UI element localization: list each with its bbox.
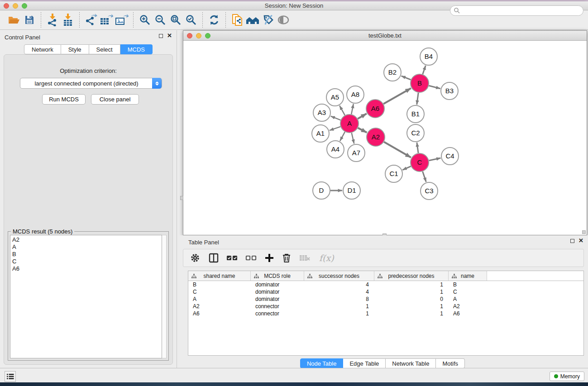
column-header-MCDS-role[interactable]: MCDS role xyxy=(251,271,304,281)
table-row[interactable]: Cdominator41C xyxy=(188,288,583,295)
graph-edge-B-B2[interactable] xyxy=(401,76,411,80)
graph-edge-B-B1[interactable] xyxy=(417,93,418,105)
tab-mcds[interactable]: MCDS xyxy=(120,44,153,54)
deselect-all-icon[interactable] xyxy=(246,255,257,261)
graph-node-A4[interactable]: A4 xyxy=(327,141,344,158)
graph-node-A[interactable]: A xyxy=(340,114,359,133)
graph-edge-C-C4[interactable] xyxy=(429,158,441,160)
column-header-predecessor-nodes[interactable]: predecessor nodes xyxy=(374,271,449,281)
graph-edge-C-C1[interactable] xyxy=(402,166,411,170)
column-header-name[interactable]: name xyxy=(449,271,487,281)
zoom-in-icon[interactable] xyxy=(137,13,153,27)
zoom-fit-icon[interactable] xyxy=(168,13,183,27)
window-resize-handle[interactable] xyxy=(582,230,586,234)
mcds-result-item[interactable]: A6 xyxy=(12,265,162,272)
tab-motifs[interactable]: Motifs xyxy=(436,358,465,368)
graph-edge-A-A1[interactable] xyxy=(330,127,340,130)
graph-edge-A-A6[interactable] xyxy=(358,114,367,119)
refresh-view-icon[interactable] xyxy=(206,13,222,27)
graph-edge-A-A8[interactable] xyxy=(351,104,354,114)
split-columns-icon[interactable] xyxy=(209,253,219,263)
open-file-icon[interactable] xyxy=(6,13,22,27)
zoom-selected-icon[interactable] xyxy=(183,13,199,27)
mcds-result-list[interactable]: A2ABCA6 xyxy=(10,235,162,358)
task-history-button[interactable] xyxy=(5,371,16,382)
mcds-result-item[interactable]: A xyxy=(12,243,162,251)
graph-node-A3[interactable]: A3 xyxy=(313,104,330,121)
export-image-icon[interactable] xyxy=(114,13,129,27)
tab-node-table[interactable]: Node Table xyxy=(300,358,344,368)
graph-node-A7[interactable]: A7 xyxy=(348,144,365,162)
graph-node-B[interactable]: B xyxy=(411,74,429,92)
export-network-icon[interactable] xyxy=(83,13,99,27)
graph-node-B4[interactable]: B4 xyxy=(420,48,437,65)
table-settings-icon[interactable] xyxy=(190,253,201,263)
mcds-result-scrollbar[interactable] xyxy=(162,235,167,358)
graph-node-C[interactable]: C xyxy=(411,153,429,172)
mcds-result-item[interactable]: A2 xyxy=(12,236,162,243)
float-table-panel-icon[interactable] xyxy=(570,239,574,243)
search-input[interactable] xyxy=(460,8,583,14)
graph-node-B1[interactable]: B1 xyxy=(407,105,424,123)
graph-edge-A-A7[interactable] xyxy=(352,133,354,143)
tab-style[interactable]: Style xyxy=(61,44,89,54)
graph-node-C3[interactable]: C3 xyxy=(421,182,438,200)
graph-edge-A6-B[interactable] xyxy=(383,88,411,104)
graph-edge-A-A3[interactable] xyxy=(331,116,341,120)
graph-node-D1[interactable]: D1 xyxy=(343,182,360,199)
network-canvas[interactable]: AA1A2A3A4A5A6A7A8BB1B2B3B4CC1C2C3C4DD1 xyxy=(183,41,587,235)
run-mcds-button[interactable]: Run MCDS xyxy=(42,94,86,105)
graph-edge-A-A2[interactable] xyxy=(358,128,367,133)
close-panel-button[interactable]: Close panel xyxy=(91,94,139,105)
graph-edge-A2-C[interactable] xyxy=(384,142,411,157)
graph-node-D[interactable]: D xyxy=(313,182,330,199)
delete-row-icon[interactable] xyxy=(282,253,291,263)
graph-node-C1[interactable]: C1 xyxy=(385,165,402,182)
graph-node-A8[interactable]: A8 xyxy=(347,86,364,103)
graph-node-A5[interactable]: A5 xyxy=(326,89,344,106)
select-all-icon[interactable] xyxy=(227,255,238,261)
graph-node-C4[interactable]: C4 xyxy=(441,148,459,165)
node-table[interactable]: shared nameMCDS rolesuccessor nodesprede… xyxy=(188,271,584,356)
float-panel-icon[interactable] xyxy=(159,34,163,38)
graph-node-A2[interactable]: A2 xyxy=(367,128,385,146)
home-layout-icon[interactable] xyxy=(245,13,260,27)
tab-network-table[interactable]: Network Table xyxy=(386,358,436,368)
graph-edge-A-A4[interactable] xyxy=(340,132,345,141)
graph-node-A1[interactable]: A1 xyxy=(312,125,329,142)
export-table-icon[interactable] xyxy=(99,13,114,27)
table-row[interactable]: Adominator80A xyxy=(188,295,583,303)
network-window-titlebar[interactable]: testGlobe.txt xyxy=(183,31,587,41)
graph-node-C2[interactable]: C2 xyxy=(407,124,424,142)
graph-node-A6[interactable]: A6 xyxy=(366,100,384,118)
criterion-select[interactable]: largest connected component (directed) xyxy=(20,78,162,89)
close-panel-icon[interactable]: ✕ xyxy=(167,33,172,38)
show-graphics-details-icon[interactable] xyxy=(276,13,291,27)
graph-edge-A-A5[interactable] xyxy=(339,105,345,115)
column-header-shared-name[interactable]: shared name xyxy=(188,271,251,281)
mcds-result-item[interactable]: C xyxy=(12,258,162,265)
graph-edge-B-B4[interactable] xyxy=(423,66,426,74)
table-row[interactable]: A6connector11A6 xyxy=(188,310,583,317)
save-session-icon[interactable] xyxy=(22,13,37,27)
import-network-icon[interactable] xyxy=(45,13,60,27)
add-row-icon[interactable] xyxy=(265,253,274,262)
graph-node-B2[interactable]: B2 xyxy=(384,64,401,81)
tab-edge-table[interactable]: Edge Table xyxy=(343,358,386,368)
column-header-successor-nodes[interactable]: successor nodes xyxy=(304,271,374,281)
table-row[interactable]: A2connector11A2 xyxy=(188,303,583,310)
graph-edge-C-C2[interactable] xyxy=(417,143,418,153)
mcds-result-item[interactable]: B xyxy=(12,251,162,258)
table-row[interactable]: Bdominator41B xyxy=(188,281,583,288)
graph-edge-C-C3[interactable] xyxy=(423,172,426,182)
tab-network[interactable]: Network xyxy=(24,44,61,54)
graph-node-B3[interactable]: B3 xyxy=(441,82,458,100)
close-table-panel-icon[interactable]: ✕ xyxy=(578,238,583,243)
copy-view-icon[interactable] xyxy=(229,13,245,27)
tab-select[interactable]: Select xyxy=(89,44,120,54)
graph-edge-B-B3[interactable] xyxy=(429,86,440,89)
import-table-icon[interactable] xyxy=(60,13,76,27)
memory-button[interactable]: Memory xyxy=(550,372,584,381)
vertical-divider-handle[interactable] xyxy=(180,196,183,200)
hide-labels-icon[interactable] xyxy=(260,13,276,27)
